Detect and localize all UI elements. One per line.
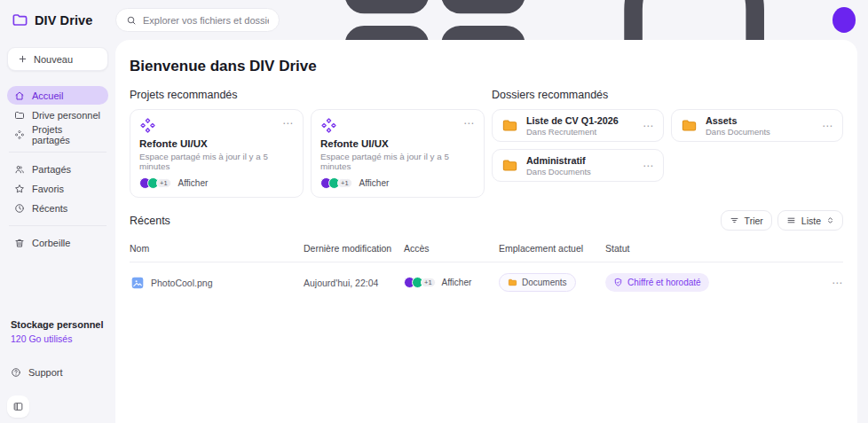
avatar-extra-count: +1: [337, 178, 352, 188]
folder-title: Administratif: [526, 155, 635, 166]
folder-location: Dans Documents: [706, 127, 814, 137]
project-title: Refonte UI/UX: [320, 138, 475, 149]
view-mode-button[interactable]: Liste: [777, 210, 843, 231]
more-icon[interactable]: ⋯: [832, 277, 843, 289]
more-icon[interactable]: ⋯: [643, 160, 654, 172]
sidebar-item-label: Accueil: [32, 90, 63, 101]
project-card[interactable]: ⋯ Refonte UI/UX Espace partagé mis à jou…: [130, 109, 304, 198]
file-name: PhotoCool.png: [151, 278, 212, 288]
sidebar-divider: [9, 152, 107, 153]
folder-location: Dans Recrutement: [526, 127, 635, 137]
sidebar-item-accueil[interactable]: Accueil: [7, 86, 108, 105]
recents-table: Nom Dernière modification Accès Emplacem…: [130, 236, 843, 302]
user-avatar[interactable]: [832, 7, 856, 33]
panel-icon: [12, 401, 24, 412]
folder-logo-icon: [12, 12, 28, 28]
help-icon: [11, 367, 21, 378]
storage-title: Stockage personnel: [11, 319, 105, 330]
project-subtitle: Espace partagé mis à jour il y a 5 minut…: [320, 152, 475, 171]
folder-title: Assets: [706, 115, 814, 126]
project-card[interactable]: ⋯ Refonte UI/UX Espace partagé mis à jou…: [311, 109, 485, 198]
new-button[interactable]: Nouveau: [7, 47, 108, 71]
sidebar-item-label: Favoris: [32, 184, 64, 194]
show-members-button[interactable]: Afficher: [359, 178, 390, 188]
collapse-sidebar-button[interactable]: [7, 396, 29, 418]
sidebar-item-partages[interactable]: Partagés: [7, 160, 108, 178]
star-icon: [14, 184, 25, 194]
sidebar: Nouveau Accueil Drive personnel Projets …: [0, 40, 115, 423]
search-bar[interactable]: [115, 8, 280, 32]
sidebar-item-favoris[interactable]: Favoris: [7, 179, 108, 198]
sidebar-divider: [9, 225, 107, 226]
filter-icon: [730, 215, 739, 225]
location-chip[interactable]: Documents: [499, 273, 576, 292]
plus-icon: [18, 54, 28, 64]
new-button-label: Nouveau: [34, 54, 73, 65]
support-label: Support: [28, 367, 63, 378]
more-icon[interactable]: ⋯: [643, 120, 654, 132]
topbar: DIV Drive: [0, 0, 868, 40]
folder-title: Liste de CV Q1-2026: [526, 115, 635, 126]
support-button[interactable]: Support: [7, 367, 108, 378]
project-title: Refonte UI/UX: [139, 138, 294, 149]
folder-card[interactable]: Administratif Dans Documents ⋯: [492, 149, 664, 182]
project-diamond-icon: [139, 117, 156, 134]
home-icon: [14, 90, 25, 101]
location-label: Documents: [522, 278, 567, 287]
sidebar-spacer: [7, 253, 108, 319]
avatar-extra-count: +1: [156, 178, 171, 188]
table-row[interactable]: PhotoCool.png Aujourd'hui, 22:04 +1 Affi…: [130, 262, 843, 302]
sidebar-item-label: Partagés: [32, 164, 71, 175]
project-subtitle: Espace partagé mis à jour il y a 5 minut…: [139, 152, 294, 171]
show-access-button[interactable]: Afficher: [442, 278, 472, 287]
avatar-extra-count: +1: [421, 278, 436, 287]
projects-section: Projets recommandés ⋯ Refonte UI/UX Espa…: [130, 89, 485, 198]
sidebar-item-recents[interactable]: Récents: [7, 199, 108, 217]
view-mode-label: Liste: [801, 215, 821, 226]
show-members-button[interactable]: Afficher: [178, 178, 209, 188]
app-logo: DIV Drive: [0, 12, 115, 28]
sidebar-item-label: Drive personnel: [32, 110, 100, 121]
more-icon[interactable]: ⋯: [282, 117, 294, 129]
column-header-nom: Nom: [130, 243, 304, 254]
image-file-icon: [131, 277, 144, 289]
sidebar-item-drive-personnel[interactable]: Drive personnel: [7, 106, 108, 124]
file-modified: Aujourd'hui, 22:04: [304, 278, 378, 288]
trash-icon: [14, 238, 25, 248]
status-badge: Chiffré et horodaté: [605, 273, 709, 292]
folder-amber-icon: [508, 278, 517, 287]
sidebar-item-projets-partages[interactable]: Projets partagés: [7, 125, 108, 144]
recents-heading: Récents: [130, 215, 170, 227]
status-label: Chiffré et horodaté: [627, 278, 701, 287]
folder-amber-icon: [681, 117, 698, 134]
folder-card[interactable]: Liste de CV Q1-2026 Dans Recrutement ⋯: [492, 109, 664, 142]
column-header-modification: Dernière modification: [304, 243, 404, 254]
sidebar-item-label: Récents: [32, 203, 67, 214]
sort-button-label: Trier: [745, 215, 763, 226]
folder-location: Dans Documents: [526, 167, 635, 176]
people-icon: [14, 164, 25, 175]
clock-icon: [14, 203, 25, 214]
folder-amber-icon: [501, 157, 518, 174]
folders-section: Dossiers recommandés Liste de CV Q1-2026…: [492, 89, 843, 198]
sidebar-item-label: Projets partagés: [32, 124, 101, 145]
sort-button[interactable]: Trier: [721, 210, 772, 231]
page-title: Bienvenue dans DIV Drive: [130, 58, 843, 75]
table-header-row: Nom Dernière modification Accès Emplacem…: [130, 236, 843, 262]
folder-card[interactable]: Assets Dans Documents ⋯: [671, 109, 843, 142]
sidebar-item-corbeille[interactable]: Corbeille: [7, 233, 108, 252]
column-header-emplacement: Emplacement actuel: [499, 243, 605, 254]
list-icon: [786, 215, 796, 225]
folders-heading: Dossiers recommandés: [492, 89, 843, 101]
main-content: Bienvenue dans DIV Drive Projets recomma…: [115, 40, 857, 423]
recents-section: Récents Trier Liste: [130, 210, 843, 302]
column-header-statut: Statut: [605, 243, 817, 254]
more-icon[interactable]: ⋯: [463, 117, 475, 129]
search-input[interactable]: [143, 15, 269, 26]
storage-summary: Stockage personnel 120 Go utilisés: [7, 319, 108, 344]
app-name: DIV Drive: [35, 13, 92, 27]
chevron-up-down-icon: [826, 216, 834, 224]
more-icon[interactable]: ⋯: [822, 120, 833, 132]
project-diamond-icon: [320, 117, 337, 134]
sidebar-item-label: Corbeille: [32, 238, 70, 248]
